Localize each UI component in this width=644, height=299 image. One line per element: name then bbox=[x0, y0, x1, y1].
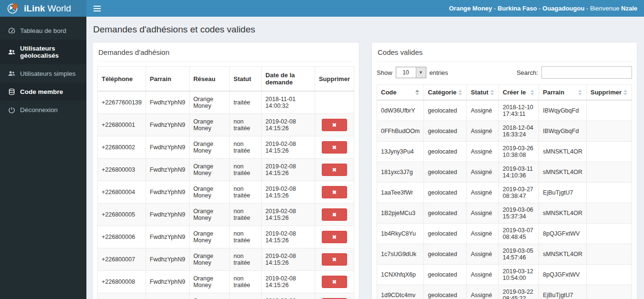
codes-column-header[interactable]: Créer le bbox=[499, 85, 539, 101]
cell-parrain: FwdhzYphN9 bbox=[146, 136, 189, 159]
cell-telephone: +226800003 bbox=[98, 159, 146, 181]
codes-column-header[interactable]: Parrain bbox=[539, 85, 587, 101]
cell-telephone: +226800001 bbox=[98, 114, 146, 136]
panel-demandes-title: Demandes d'adhésion bbox=[97, 47, 354, 62]
cell-parrain: sMNSKTL4OR bbox=[539, 203, 587, 224]
show-label: Show bbox=[377, 69, 392, 76]
table-row: 0FFhBudOOm geolocated Assigné 2018-12-04… bbox=[377, 121, 632, 142]
cell-parrain: sMNSKTL4OR bbox=[539, 142, 587, 162]
cell-creer-le: 2019-03-11 14:10:36 bbox=[499, 162, 539, 183]
cell-reseau: Orange Money bbox=[189, 114, 229, 136]
delete-button[interactable]: ✖ bbox=[322, 141, 347, 154]
brand[interactable]: $ iLink World bbox=[0, 0, 86, 17]
brand-title: iLink World bbox=[24, 3, 71, 14]
cell-reseau: Orange Money bbox=[189, 136, 229, 159]
cell-categorie: geolocated bbox=[424, 285, 467, 299]
codes-table: Code Catégorie bbox=[377, 84, 632, 299]
demandes-column-header: Parrain bbox=[146, 67, 189, 92]
cell-creer-le: 2018-12-10 17:43:11 bbox=[499, 100, 539, 121]
sidebar-item[interactable]: Tableau de bord bbox=[0, 21, 86, 40]
user-info: Orange MoneyBurkina FasoOuagadougouBienv… bbox=[449, 5, 644, 12]
delete-button[interactable]: ✖ bbox=[322, 231, 347, 243]
cell-creer-le: 2019-03-26 10:38:08 bbox=[499, 142, 539, 162]
cell-statut: non traitée bbox=[230, 226, 262, 248]
dashboard-icon bbox=[8, 27, 15, 34]
sidebar-item[interactable]: Utilisateurs géolocalisés bbox=[0, 40, 86, 64]
delete-button[interactable]: ✖ bbox=[322, 253, 347, 266]
cell-code: 1d9CDtc4mv bbox=[377, 285, 424, 299]
sidebar-item[interactable]: Utilisateurs simples bbox=[0, 64, 86, 82]
table-row: +226800007 FwdhzYphN9 Orange Money non t… bbox=[98, 248, 354, 271]
sort-icon bbox=[578, 90, 582, 95]
sidebar-item-label: Déconnexion bbox=[20, 106, 58, 113]
table-row: +226800002 FwdhzYphN9 Orange Money non t… bbox=[98, 136, 354, 159]
sidebar-item[interactable]: Déconnexion bbox=[0, 101, 86, 119]
cell-reseau: Orange Money bbox=[189, 91, 229, 114]
codes-column-header[interactable]: Catégorie bbox=[424, 85, 467, 101]
delete-button[interactable]: ✖ bbox=[322, 208, 347, 221]
cell-telephone: +22677600139 bbox=[98, 91, 146, 114]
table-row: 181yxc3J7g geolocated Assigné 2019-03-11… bbox=[377, 162, 632, 183]
delete-button[interactable]: ✖ bbox=[322, 276, 347, 288]
chevron-down-icon: ▼ bbox=[416, 67, 426, 78]
main-content: Demandes d'adhésions et codes valides De… bbox=[86, 17, 644, 299]
cell-supprimer bbox=[586, 203, 632, 224]
cell-supprimer bbox=[586, 183, 632, 203]
cell-parrain: FwdhzYphN9 bbox=[146, 271, 189, 293]
cell-code: 1B2pjeMCu3 bbox=[377, 203, 424, 224]
cell-statut: non traitée bbox=[230, 181, 262, 204]
cell-creer-le: 2019-03-12 10:54:00 bbox=[499, 265, 539, 285]
cell-statut: non traitée bbox=[230, 248, 262, 271]
codes-column-header[interactable]: Supprimer bbox=[586, 85, 632, 101]
cell-reseau: Orange Money bbox=[189, 159, 229, 181]
svg-text:$: $ bbox=[14, 4, 16, 7]
cell-parrain: FwdhzYphN9 bbox=[146, 91, 189, 114]
page-length-value: 10 bbox=[396, 67, 416, 78]
cell-code: 1b4RkyC8Yu bbox=[377, 224, 424, 244]
delete-button[interactable]: ✖ bbox=[322, 186, 347, 198]
sidebar-item-label: Tableau de bord bbox=[20, 27, 66, 34]
panel-demandes: Demandes d'adhésion TéléphoneParrainRése… bbox=[92, 42, 359, 299]
cell-telephone: +226800004 bbox=[98, 181, 146, 204]
cell-supprimer bbox=[586, 265, 632, 285]
cell-statut: Assigné bbox=[467, 244, 499, 265]
database-icon bbox=[8, 88, 15, 95]
sidebar-item[interactable]: Code membre bbox=[0, 82, 86, 101]
table-row: +226800005 FwdhzYphN9 Orange Money non t… bbox=[98, 204, 354, 226]
delete-button[interactable]: ✖ bbox=[322, 119, 347, 131]
cell-parrain: IBWqyGbqFd bbox=[539, 121, 587, 142]
cell-parrain: 8pQJGFxtWV bbox=[539, 265, 587, 285]
table-row: 1b4RkyC8Yu geolocated Assigné 2019-03-07… bbox=[377, 224, 632, 244]
cell-parrain: FwdhzYphN9 bbox=[146, 159, 189, 181]
cell-code: 0dW36UfbrY bbox=[377, 100, 424, 121]
cell-code: 1aaTee3fWr bbox=[377, 183, 424, 203]
search-input[interactable] bbox=[541, 66, 632, 79]
sidebar: Tableau de bord Utilisateurs géolocalisé… bbox=[0, 17, 86, 299]
hamburger-icon[interactable] bbox=[86, 0, 108, 17]
top-bar: $ iLink World Orange MoneyBurkina FasoOu… bbox=[0, 0, 644, 17]
cell-creer-le: 2019-03-07 08:48:45 bbox=[499, 224, 539, 244]
cell-creer-le: 2019-03-27 08:38:47 bbox=[499, 183, 539, 203]
demandes-column-header: Supprimer bbox=[315, 67, 354, 92]
cell-statut: non traitée bbox=[230, 271, 262, 293]
page-length-select[interactable]: 10 ▼ bbox=[396, 67, 426, 78]
cell-statut: Assigné bbox=[467, 203, 499, 224]
cell-categorie: geolocated bbox=[424, 224, 467, 244]
codes-column-header[interactable]: Statut bbox=[467, 85, 499, 101]
cell-parrain: EjBuTjgtU7 bbox=[539, 285, 587, 299]
cell-supprimer bbox=[586, 162, 632, 183]
cell-telephone: +226800002 bbox=[98, 136, 146, 159]
table-row: 1CNXhfqX6p geolocated Assigné 2019-03-12… bbox=[377, 265, 632, 285]
user-info-segment: Burkina Faso bbox=[497, 5, 542, 12]
sort-icon bbox=[490, 90, 495, 95]
cell-supprimer bbox=[586, 142, 632, 162]
demandes-column-header: Réseau bbox=[189, 67, 229, 92]
codes-column-header[interactable]: Code bbox=[377, 85, 424, 101]
cell-categorie: geolocated bbox=[424, 142, 467, 162]
user-info-segment: Bienvenue bbox=[590, 5, 621, 12]
delete-button[interactable]: ✖ bbox=[322, 164, 347, 176]
table-row: +226800006 FwdhzYphN9 Orange Money non t… bbox=[98, 226, 354, 248]
table-row: 1B2pjeMCu3 geolocated Assigné 2019-03-06… bbox=[377, 203, 632, 224]
page-length-control: Show 10 ▼ entries bbox=[377, 67, 448, 78]
logo-icon: $ bbox=[7, 2, 19, 15]
